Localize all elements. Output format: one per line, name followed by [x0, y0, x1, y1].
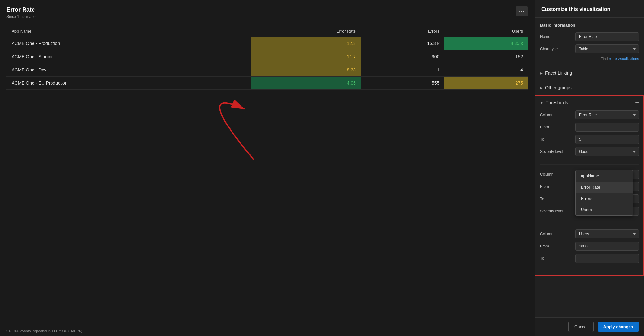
t3-column-select[interactable]: Users appName Error Rate Errors [575, 229, 639, 238]
t1-to-label: To [540, 137, 572, 142]
t1-to-input[interactable] [575, 135, 639, 144]
threshold-group-1: Column Error Rate appName Errors Users F… [540, 110, 639, 165]
add-threshold-button[interactable]: + [635, 99, 639, 106]
cell-users: 4.35 k [444, 37, 528, 50]
cell-app-name: ACME One - Staging [6, 50, 251, 63]
t2-from-label: From [540, 184, 572, 189]
cell-app-name: ACME One - Dev [6, 63, 251, 77]
thresholds-section: ▼ Thresholds + Column Error Rate appName… [535, 95, 644, 276]
dropdown-item-appname[interactable]: appName [576, 170, 633, 182]
dropdown-item-errors[interactable]: Errors [576, 193, 633, 204]
other-groups-label: Other groups [545, 85, 572, 90]
thresholds-header: ▼ Thresholds + [540, 99, 639, 106]
status-bar: 615,855 events inspected in 111 ms (5.5 … [6, 329, 82, 333]
other-groups-section[interactable]: ▶ Other groups [535, 80, 644, 95]
cell-error-rate: 12.3 [251, 37, 361, 50]
column-dropdown[interactable]: appName Error Rate Errors Users [575, 170, 633, 216]
table-row: ACME One - EU Production4.06555275 [6, 77, 528, 90]
cell-errors: 1 [361, 63, 445, 77]
bottom-bar: Cancel Apply changes [535, 317, 644, 336]
cell-app-name: ACME One - Production [6, 37, 251, 50]
name-label: Name [540, 34, 572, 39]
table-row: ACME One - Production12.315.3 k4.35 k [6, 37, 528, 50]
cell-errors: 15.3 k [361, 37, 445, 50]
t3-from-label: From [540, 244, 572, 248]
chart-type-label: Chart type [540, 47, 572, 51]
facet-linking-label: Facet Linking [545, 70, 572, 76]
table-row: ACME One - Dev8.3314 [6, 63, 528, 77]
t2-column-label: Column [540, 172, 572, 177]
chart-subtitle: Since 1 hour ago [6, 14, 528, 19]
t1-severity-label: Severity level [540, 149, 572, 154]
t1-severity-select[interactable]: Good Warning Critical [575, 147, 639, 156]
cell-error-rate: 8.33 [251, 63, 361, 77]
threshold-group-3: Column Users appName Error Rate Errors F… [540, 229, 639, 271]
dropdown-item-errorrate[interactable]: Error Rate [576, 182, 633, 193]
other-groups-chevron: ▶ [540, 86, 543, 89]
threshold-group-2: Column From To Severity level appName Er… [540, 170, 639, 224]
dropdown-item-users[interactable]: Users [576, 204, 633, 215]
more-button[interactable]: ··· [516, 6, 528, 16]
cell-error-rate: 4.06 [251, 77, 361, 90]
cell-error-rate: 11.7 [251, 50, 361, 63]
t2-severity-label: Severity level [540, 209, 572, 213]
t1-from-label: From [540, 125, 572, 129]
name-input[interactable] [575, 32, 639, 41]
more-visualizations-link[interactable]: more visualizations [609, 57, 639, 61]
chart-type-note: Find more visualizations [540, 57, 639, 61]
chart-title: Error Rate [6, 6, 528, 13]
table-row: ACME One - Staging11.7900152 [6, 50, 528, 63]
facet-linking-chevron: ▶ [540, 71, 543, 75]
facet-linking-section[interactable]: ▶ Facet Linking [535, 66, 644, 80]
t3-to-label: To [540, 256, 572, 261]
right-panel: Customize this visualization Basic infor… [535, 0, 644, 336]
chart-type-select[interactable]: Table [575, 44, 639, 53]
name-row: Name [540, 32, 639, 41]
t1-from-input[interactable] [575, 123, 639, 132]
col-header-errors: Errors [361, 25, 445, 37]
cell-users: 275 [444, 77, 528, 90]
t3-column-label: Column [540, 232, 572, 236]
cancel-button[interactable]: Cancel [568, 322, 593, 332]
left-panel: Error Rate Since 1 hour ago ··· App Name… [0, 0, 535, 336]
basic-info-title: Basic information [540, 23, 639, 28]
t3-from-input[interactable] [575, 242, 639, 251]
t3-to-input[interactable] [575, 254, 639, 263]
chart-type-row: Chart type Table [540, 44, 639, 53]
col-header-appname: App Name [6, 25, 251, 37]
thresholds-label: Thresholds [546, 100, 568, 105]
right-panel-title: Customize this visualization [535, 0, 644, 18]
cell-users: 4 [444, 63, 528, 77]
t2-to-label: To [540, 197, 572, 201]
apply-changes-button[interactable]: Apply changes [598, 322, 639, 332]
cell-errors: 900 [361, 50, 445, 63]
cell-errors: 555 [361, 77, 445, 90]
cell-app-name: ACME One - EU Production [6, 77, 251, 90]
data-table: App Name Error Rate Errors Users ACME On… [6, 25, 528, 90]
col-header-users: Users [444, 25, 528, 37]
thresholds-chevron: ▼ [540, 101, 543, 105]
t1-column-label: Column [540, 113, 572, 117]
cell-users: 152 [444, 50, 528, 63]
t1-column-select[interactable]: Error Rate appName Errors Users [575, 110, 639, 119]
col-header-errorrate: Error Rate [251, 25, 361, 37]
basic-info-section: Basic information Name Chart type Table … [535, 18, 644, 66]
